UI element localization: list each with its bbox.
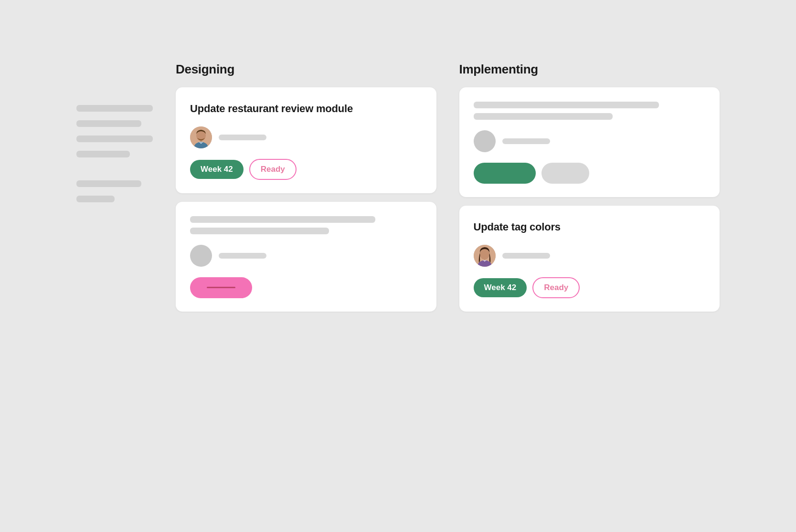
card-tags: Week 42 Ready — [190, 159, 422, 180]
avatar-name-placeholder — [219, 253, 266, 259]
avatar-ghost — [190, 245, 212, 267]
avatar-ghost — [474, 130, 496, 152]
card-meta-ghost — [190, 245, 422, 267]
tag-week[interactable]: Week 42 — [474, 278, 527, 297]
columns-area: Designing Update restaurant review modul… — [176, 62, 720, 470]
card-meta — [474, 245, 706, 267]
main-container: Designing Update restaurant review modul… — [0, 0, 796, 532]
ghost-title-bar — [474, 113, 613, 120]
cards-list-designing: Update restaurant review module — [176, 87, 436, 312]
sidebar-ghost-bar — [76, 105, 153, 112]
sidebar-ghost — [76, 62, 153, 470]
card-meta-ghost — [474, 130, 706, 152]
tag-ghost-green — [474, 163, 536, 184]
sidebar-ghost-bar — [76, 120, 141, 127]
svg-point-3 — [480, 249, 489, 260]
card-ghost-implementing[interactable] — [459, 87, 720, 197]
card-title: Update restaurant review module — [190, 102, 422, 116]
ghost-title-bar — [474, 102, 659, 108]
tag-ghost-line — [207, 287, 235, 288]
tag-ready[interactable]: Ready — [249, 159, 297, 180]
card-tags-ghost — [474, 163, 706, 184]
column-header-designing: Designing — [176, 62, 436, 77]
avatar — [190, 126, 212, 148]
tag-week[interactable]: Week 42 — [190, 160, 244, 179]
card-tags: Week 42 Ready — [474, 277, 706, 298]
card-restaurant-review[interactable]: Update restaurant review module — [176, 87, 436, 193]
card-tag-colors[interactable]: Update tag colors — [459, 206, 720, 312]
ghost-title-bar — [190, 216, 375, 223]
tag-ghost-pink — [190, 277, 252, 298]
sidebar-ghost-bar — [76, 180, 141, 187]
sidebar-ghost-bar — [76, 136, 153, 142]
sidebar-ghost-bar — [76, 151, 130, 157]
card-tags-ghost — [190, 277, 422, 298]
avatar-name-placeholder — [502, 253, 550, 259]
card-meta — [190, 126, 422, 148]
cards-list-implementing: Update tag colors — [459, 87, 720, 312]
ghost-title-bar — [190, 228, 329, 234]
avatar-name-placeholder — [502, 138, 550, 144]
tag-ready[interactable]: Ready — [532, 277, 580, 298]
column-implementing: Implementing Updat — [459, 62, 720, 470]
column-designing: Designing Update restaurant review modul… — [176, 62, 436, 470]
tag-ghost-gray — [541, 163, 589, 184]
sidebar-ghost-bar — [76, 196, 115, 202]
card-ghost-designing[interactable] — [176, 202, 436, 312]
column-header-implementing: Implementing — [459, 62, 720, 77]
avatar — [474, 245, 496, 267]
avatar-name-placeholder — [219, 135, 266, 140]
card-title: Update tag colors — [474, 220, 706, 234]
